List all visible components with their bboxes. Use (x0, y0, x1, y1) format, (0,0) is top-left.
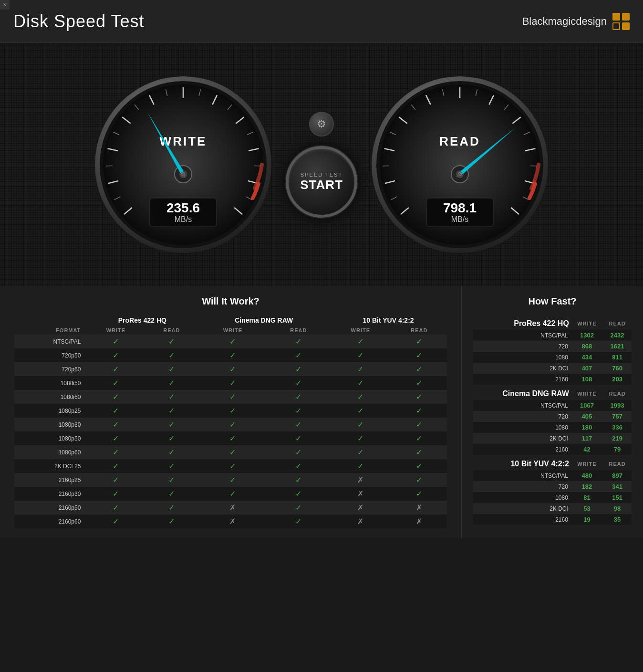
hf-read-label: READ (603, 455, 632, 470)
hf-data-row: NTSC/PAL10671993 (473, 400, 632, 411)
hf-data-row: 2K DCI117219 (473, 433, 632, 444)
hf-write-val: 108 (571, 374, 603, 385)
format-label-cell: NTSC/PAL (14, 335, 86, 348)
check-cell: ✓ (330, 362, 391, 376)
hf-row-label: 2160 (473, 444, 571, 455)
close-button[interactable]: × (0, 0, 10, 10)
checkmark-icon: ✓ (416, 351, 422, 359)
table-row: 2160p50✓✓✗✓✗✗ (14, 501, 447, 514)
check-cell: ✓ (392, 376, 447, 390)
hf-data-row: 2160108203 (473, 374, 632, 385)
check-cell: ✓ (392, 473, 447, 487)
hf-write-label: WRITE (571, 455, 603, 470)
check-cell: ✓ (268, 431, 330, 445)
format-label-cell: 1080i60 (14, 390, 86, 404)
checkmark-icon: ✓ (168, 517, 175, 525)
checkmark-icon: ✓ (113, 490, 119, 498)
cross-cell: ✗ (392, 514, 447, 528)
checkmark-icon: ✓ (416, 448, 422, 456)
checkmark-icon: ✓ (113, 351, 119, 359)
hf-data-row: 2K DCI5398 (473, 503, 632, 514)
yuv-write-header: WRITE (330, 326, 391, 335)
checkmark-icon: ✓ (229, 476, 236, 484)
check-cell: ✓ (198, 431, 267, 445)
brand-logo-cell (612, 13, 620, 21)
hf-write-val: 480 (571, 470, 603, 481)
prores-write-header: WRITE (86, 326, 145, 335)
checkmark-icon: ✓ (229, 337, 236, 346)
hf-write-val: 53 (571, 503, 603, 514)
check-cell: ✓ (145, 431, 198, 445)
check-cell: ✓ (198, 376, 267, 390)
checkmark-icon: ✓ (113, 420, 119, 429)
check-cell: ✓ (330, 335, 391, 348)
check-cell: ✓ (268, 376, 330, 390)
checkmark-icon: ✓ (168, 462, 175, 470)
table-row: 1080p25✓✓✓✓✓✓ (14, 404, 447, 418)
start-button-label: SPEED TEST (301, 172, 342, 178)
hf-section-label: Cinema DNG RAW (473, 385, 571, 400)
checkmark-icon: ✓ (295, 379, 301, 387)
format-label-cell: 1080p25 (14, 404, 86, 418)
hf-section-header: Cinema DNG RAWWRITEREAD (473, 385, 632, 400)
hf-row-label: 2160 (473, 374, 571, 385)
checkmark-icon: ✓ (229, 365, 236, 373)
check-cell: ✓ (392, 487, 447, 501)
hf-read-val: 341 (603, 481, 632, 492)
check-cell: ✓ (145, 390, 198, 404)
checkmark-icon: ✓ (357, 351, 363, 359)
check-cell: ✓ (145, 418, 198, 431)
check-cell: ✓ (86, 487, 145, 501)
title-bar: Disk Speed Test Blackmagicdesign (0, 0, 643, 43)
app-title: Disk Speed Test (13, 11, 144, 32)
check-cell: ✓ (268, 487, 330, 501)
cross-icon: ✗ (357, 490, 363, 498)
format-label-cell: 2K DCI 25 (14, 459, 86, 473)
checkmark-icon: ✓ (416, 379, 422, 387)
cdng-header: Cinema DNG RAW (198, 315, 330, 326)
settings-button[interactable]: ⚙ (309, 112, 334, 136)
table-row: 1080i60✓✓✓✓✓✓ (14, 390, 447, 404)
brand-logo-cell (622, 13, 630, 21)
checkmark-icon: ✓ (295, 462, 301, 470)
hf-write-label: WRITE (571, 315, 603, 330)
hf-section-header: 10 Bit YUV 4:2:2WRITEREAD (473, 455, 632, 470)
check-cell: ✓ (145, 487, 198, 501)
check-cell: ✓ (86, 473, 145, 487)
checkmark-icon: ✓ (113, 504, 119, 512)
check-cell: ✓ (145, 362, 198, 376)
checkmark-icon: ✓ (168, 337, 175, 346)
hf-read-val: 79 (603, 444, 632, 455)
checkmark-icon: ✓ (168, 407, 175, 415)
checkmark-icon: ✓ (113, 379, 119, 387)
checkmark-icon: ✓ (295, 504, 301, 512)
checkmark-icon: ✓ (357, 420, 363, 429)
will-it-work-title: Will It Work? (14, 296, 447, 307)
hf-read-label: READ (603, 385, 632, 400)
hf-read-val: 219 (603, 433, 632, 444)
check-cell: ✓ (198, 473, 267, 487)
check-cell: ✓ (392, 348, 447, 362)
checkmark-icon: ✓ (416, 365, 422, 373)
hf-write-val: 1067 (571, 400, 603, 411)
checkmark-icon: ✓ (229, 393, 236, 401)
cross-cell: ✗ (392, 501, 447, 514)
format-label-cell: 2160p50 (14, 501, 86, 514)
cross-icon: ✗ (357, 517, 363, 525)
prores-read-header: READ (145, 326, 198, 335)
format-label-cell: 2160p30 (14, 487, 86, 501)
checkmark-icon: ✓ (295, 434, 301, 442)
start-button[interactable]: SPEED TEST START (286, 146, 357, 218)
checkmark-icon: ✓ (416, 393, 422, 401)
check-cell: ✓ (268, 348, 330, 362)
check-cell: ✓ (86, 459, 145, 473)
check-cell: ✓ (145, 501, 198, 514)
check-cell: ✓ (392, 335, 447, 348)
check-cell: ✓ (198, 445, 267, 459)
hf-data-row: NTSC/PAL13022432 (473, 330, 632, 341)
prores-header: ProRes 422 HQ (86, 315, 198, 326)
check-cell: ✓ (145, 348, 198, 362)
checkmark-icon: ✓ (295, 337, 301, 346)
checkmark-icon: ✓ (229, 379, 236, 387)
check-cell: ✓ (145, 473, 198, 487)
